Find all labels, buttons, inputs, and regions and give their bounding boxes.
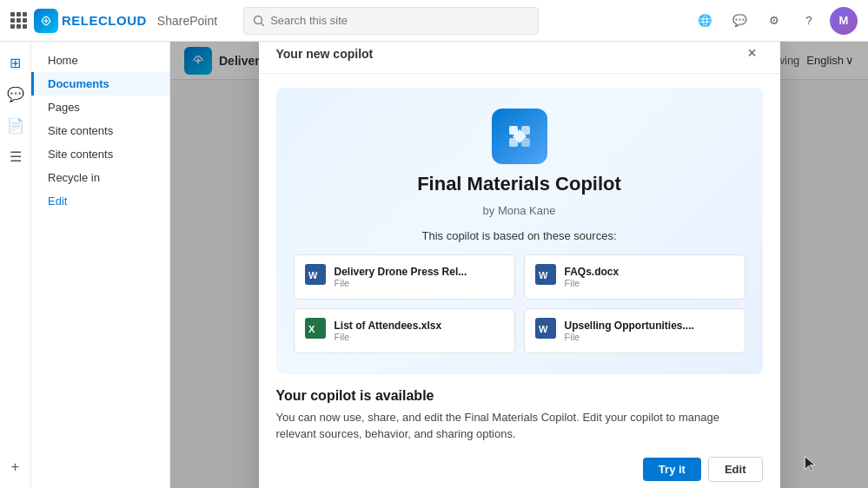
source-type-4: File bbox=[565, 332, 694, 342]
source-info-1: Delivery Drone Press Rel... File bbox=[335, 266, 467, 288]
copilot-banner: Final Materials Copilot by Mona Kane Thi… bbox=[276, 88, 763, 374]
copilot-logo-svg bbox=[504, 121, 535, 152]
top-nav: RELECLOUD SharePoint 🌐 💬 ⚙ ? M bbox=[0, 0, 868, 42]
left-nav-item-site-contents-1[interactable]: Site contents bbox=[31, 119, 169, 142]
sources-grid: W Delivery Drone Press Rel... File bbox=[294, 254, 745, 353]
svg-text:W: W bbox=[308, 270, 318, 280]
left-nav-item-documents[interactable]: Documents bbox=[31, 72, 169, 96]
search-icon bbox=[253, 15, 265, 27]
left-nav-item-edit[interactable]: Edit bbox=[31, 189, 169, 213]
left-nav: Home Documents Pages Site contents Site … bbox=[31, 42, 170, 488]
svg-text:W: W bbox=[539, 270, 548, 280]
source-name-3: List of Attendees.xlsx bbox=[335, 320, 442, 332]
brand-svg-icon bbox=[39, 14, 53, 28]
svg-text:W: W bbox=[539, 324, 548, 334]
sidebar-item-list[interactable]: ☰ bbox=[2, 142, 30, 170]
copilot-name: Final Materials Copilot bbox=[417, 173, 621, 195]
search-bar[interactable] bbox=[243, 7, 539, 35]
chat-button[interactable]: 💬 bbox=[726, 7, 753, 35]
search-input[interactable] bbox=[270, 14, 529, 27]
main-layout: ⊞ 💬 📄 ☰ + Home Documents Pages Site cont… bbox=[0, 42, 868, 488]
copilot-dialog: Your new copilot × bbox=[259, 42, 780, 488]
source-info-3: List of Attendees.xlsx File bbox=[335, 320, 442, 342]
left-nav-item-recycle[interactable]: Recycle in bbox=[31, 166, 169, 189]
brand-logo: RELECLOUD bbox=[34, 9, 147, 33]
source-name-1: Delivery Drone Press Rel... bbox=[335, 266, 467, 278]
try-it-button[interactable]: Try it bbox=[643, 458, 701, 481]
sources-label: This copilot is based on these sources: bbox=[421, 229, 616, 242]
nav-icons-group: 🌐 💬 ⚙ ? M bbox=[691, 7, 858, 35]
dialog-overlay: Your new copilot × bbox=[170, 42, 868, 488]
sidebar-item-chat[interactable]: 💬 bbox=[2, 80, 30, 108]
cursor-arrow bbox=[802, 455, 819, 472]
source-info-2: FAQs.docx File bbox=[565, 266, 620, 288]
source-card-3: X List of Attendees.xlsx File bbox=[294, 308, 515, 353]
brand-icon-box bbox=[34, 9, 58, 33]
source-type-1: File bbox=[335, 278, 467, 288]
excel-icon: X bbox=[305, 318, 326, 344]
settings-button[interactable]: ⚙ bbox=[760, 7, 788, 35]
edit-button[interactable]: Edit bbox=[708, 457, 763, 482]
app-name: SharePoint bbox=[157, 14, 217, 28]
svg-text:X: X bbox=[308, 324, 315, 334]
word-icon-3: W bbox=[535, 318, 556, 344]
left-nav-item-site-contents-2[interactable]: Site contents bbox=[31, 142, 169, 166]
grid-icon bbox=[10, 12, 27, 29]
dialog-body: Final Materials Copilot by Mona Kane Thi… bbox=[259, 88, 780, 489]
sidebar-icons: ⊞ 💬 📄 ☰ + bbox=[0, 42, 31, 488]
dialog-footer: Try it Edit bbox=[276, 457, 763, 482]
available-section: Your copilot is available You can now us… bbox=[276, 388, 763, 443]
source-type-3: File bbox=[335, 332, 442, 342]
avatar[interactable]: M bbox=[830, 7, 858, 35]
source-name-2: FAQs.docx bbox=[565, 266, 620, 278]
left-nav-item-pages[interactable]: Pages bbox=[31, 96, 169, 119]
source-name-4: Upselling Opportunities.... bbox=[565, 320, 694, 332]
available-title: Your copilot is available bbox=[276, 388, 763, 404]
help-button[interactable]: ? bbox=[795, 7, 823, 35]
globe-button[interactable]: 🌐 bbox=[691, 7, 719, 35]
word-icon-1: W bbox=[305, 264, 326, 290]
copilot-icon-box bbox=[492, 109, 547, 164]
close-button[interactable]: × bbox=[742, 43, 763, 64]
sidebar-item-add[interactable]: + bbox=[2, 453, 30, 481]
sidebar-item-document[interactable]: 📄 bbox=[2, 111, 30, 139]
sidebar-item-home[interactable]: ⊞ bbox=[2, 49, 30, 76]
source-card-1: W Delivery Drone Press Rel... File bbox=[294, 254, 515, 300]
brand-name: RELECLOUD bbox=[62, 13, 147, 28]
dialog-header: Your new copilot × bbox=[259, 42, 780, 74]
logo-area: RELECLOUD SharePoint bbox=[10, 9, 217, 33]
source-card-2: W FAQs.docx File bbox=[524, 254, 745, 300]
content-area: Delivery D... personal only ☆ Not follow… bbox=[170, 42, 868, 488]
source-card-4: W Upselling Opportunities.... File bbox=[524, 308, 745, 353]
left-nav-item-home[interactable]: Home bbox=[31, 49, 169, 72]
word-icon-2: W bbox=[535, 264, 556, 290]
source-info-4: Upselling Opportunities.... File bbox=[565, 320, 694, 342]
available-desc: You can now use, share, and edit the Fin… bbox=[276, 409, 763, 443]
source-type-2: File bbox=[565, 278, 620, 288]
dialog-title: Your new copilot bbox=[276, 47, 374, 61]
copilot-author: by Mona Kane bbox=[483, 204, 556, 217]
